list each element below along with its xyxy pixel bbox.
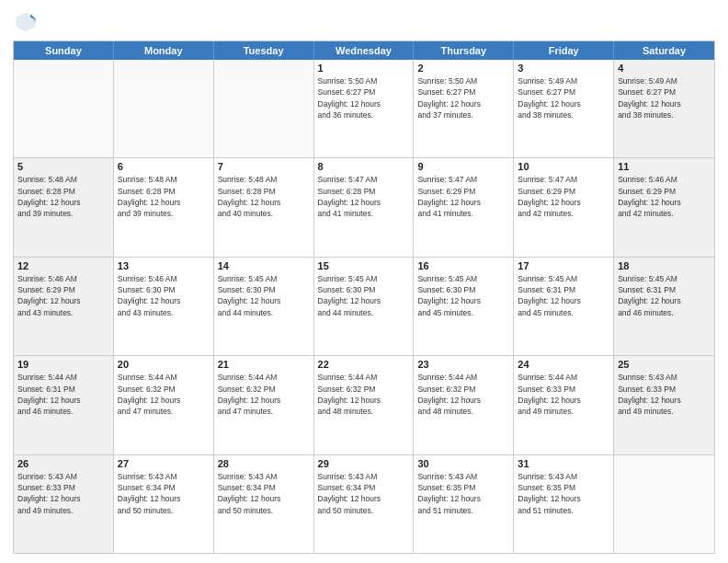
cal-cell-18: 18Sunrise: 5:45 AM Sunset: 6:31 PM Dayli… — [614, 258, 714, 355]
day-number: 25 — [618, 359, 711, 370]
cal-cell-9: 9Sunrise: 5:47 AM Sunset: 6:29 PM Daylig… — [414, 158, 514, 256]
day-number: 17 — [518, 260, 609, 271]
week-row-2: 5Sunrise: 5:48 AM Sunset: 6:28 PM Daylig… — [14, 158, 714, 257]
day-info: Sunrise: 5:49 AM Sunset: 6:27 PM Dayligh… — [618, 75, 711, 121]
day-info: Sunrise: 5:48 AM Sunset: 6:28 PM Dayligh… — [218, 174, 310, 219]
cal-cell-empty-1 — [114, 60, 214, 157]
day-info: Sunrise: 5:48 AM Sunset: 6:28 PM Dayligh… — [17, 174, 109, 219]
day-number: 13 — [118, 260, 210, 271]
calendar-body: 1Sunrise: 5:50 AM Sunset: 6:27 PM Daylig… — [14, 60, 714, 553]
day-info: Sunrise: 5:45 AM Sunset: 6:31 PM Dayligh… — [618, 273, 711, 318]
day-info: Sunrise: 5:45 AM Sunset: 6:31 PM Dayligh… — [518, 273, 609, 318]
day-info: Sunrise: 5:44 AM Sunset: 6:32 PM Dayligh… — [318, 372, 410, 417]
day-header-monday: Monday — [114, 41, 214, 60]
cal-cell-4: 4Sunrise: 5:49 AM Sunset: 6:27 PM Daylig… — [614, 60, 714, 157]
day-number: 23 — [417, 359, 509, 370]
svg-marker-0 — [17, 13, 36, 32]
day-info: Sunrise: 5:48 AM Sunset: 6:28 PM Dayligh… — [118, 174, 210, 219]
day-number: 10 — [518, 161, 609, 172]
page: SundayMondayTuesdayWednesdayThursdayFrid… — [0, 0, 728, 563]
day-number: 15 — [318, 260, 410, 271]
day-info: Sunrise: 5:44 AM Sunset: 6:32 PM Dayligh… — [417, 372, 509, 417]
day-number: 9 — [417, 161, 509, 172]
day-info: Sunrise: 5:45 AM Sunset: 6:30 PM Dayligh… — [417, 273, 509, 318]
day-number: 24 — [518, 359, 609, 370]
day-header-friday: Friday — [514, 41, 614, 60]
cal-cell-29: 29Sunrise: 5:43 AM Sunset: 6:34 PM Dayli… — [314, 455, 415, 553]
day-header-thursday: Thursday — [414, 41, 514, 60]
cal-cell-13: 13Sunrise: 5:46 AM Sunset: 6:30 PM Dayli… — [114, 258, 214, 355]
day-number: 11 — [618, 161, 711, 172]
day-number: 30 — [417, 458, 509, 469]
day-number: 6 — [118, 161, 210, 172]
cal-cell-30: 30Sunrise: 5:43 AM Sunset: 6:35 PM Dayli… — [414, 455, 514, 553]
day-info: Sunrise: 5:45 AM Sunset: 6:30 PM Dayligh… — [318, 273, 410, 318]
cal-cell-7: 7Sunrise: 5:48 AM Sunset: 6:28 PM Daylig… — [214, 158, 314, 256]
day-number: 27 — [118, 458, 210, 469]
day-info: Sunrise: 5:43 AM Sunset: 6:34 PM Dayligh… — [318, 471, 410, 516]
cal-cell-11: 11Sunrise: 5:46 AM Sunset: 6:29 PM Dayli… — [614, 158, 714, 256]
cal-cell-20: 20Sunrise: 5:44 AM Sunset: 6:32 PM Dayli… — [114, 356, 214, 454]
day-info: Sunrise: 5:50 AM Sunset: 6:27 PM Dayligh… — [417, 75, 509, 121]
day-info: Sunrise: 5:47 AM Sunset: 6:28 PM Dayligh… — [318, 174, 410, 219]
cal-cell-15: 15Sunrise: 5:45 AM Sunset: 6:30 PM Dayli… — [314, 258, 415, 355]
week-row-1: 1Sunrise: 5:50 AM Sunset: 6:27 PM Daylig… — [14, 60, 714, 158]
cal-cell-10: 10Sunrise: 5:47 AM Sunset: 6:29 PM Dayli… — [514, 158, 614, 256]
day-number: 22 — [318, 359, 410, 370]
day-info: Sunrise: 5:44 AM Sunset: 6:33 PM Dayligh… — [518, 372, 609, 417]
day-header-tuesday: Tuesday — [214, 41, 314, 60]
cal-cell-24: 24Sunrise: 5:44 AM Sunset: 6:33 PM Dayli… — [514, 356, 614, 454]
header — [13, 9, 715, 35]
day-number: 31 — [518, 458, 609, 469]
day-info: Sunrise: 5:47 AM Sunset: 6:29 PM Dayligh… — [417, 174, 509, 219]
day-info: Sunrise: 5:44 AM Sunset: 6:32 PM Dayligh… — [218, 372, 310, 417]
cal-cell-23: 23Sunrise: 5:44 AM Sunset: 6:32 PM Dayli… — [414, 356, 514, 454]
day-info: Sunrise: 5:50 AM Sunset: 6:27 PM Dayligh… — [318, 75, 410, 121]
day-number: 28 — [218, 458, 310, 469]
day-info: Sunrise: 5:43 AM Sunset: 6:34 PM Dayligh… — [118, 471, 210, 516]
day-number: 3 — [518, 63, 609, 74]
cal-cell-empty-0 — [14, 60, 114, 157]
day-number: 8 — [318, 161, 410, 172]
cal-cell-16: 16Sunrise: 5:45 AM Sunset: 6:30 PM Dayli… — [414, 258, 514, 355]
day-info: Sunrise: 5:44 AM Sunset: 6:31 PM Dayligh… — [17, 372, 109, 417]
cal-cell-28: 28Sunrise: 5:43 AM Sunset: 6:34 PM Dayli… — [214, 455, 314, 553]
day-number: 5 — [17, 161, 109, 172]
cal-cell-17: 17Sunrise: 5:45 AM Sunset: 6:31 PM Dayli… — [514, 258, 614, 355]
calendar: SundayMondayTuesdayWednesdayThursdayFrid… — [13, 40, 715, 554]
cal-cell-25: 25Sunrise: 5:43 AM Sunset: 6:33 PM Dayli… — [614, 356, 714, 454]
day-info: Sunrise: 5:43 AM Sunset: 6:35 PM Dayligh… — [518, 471, 609, 516]
week-row-3: 12Sunrise: 5:46 AM Sunset: 6:29 PM Dayli… — [14, 258, 714, 356]
day-number: 12 — [17, 260, 109, 271]
logo-icon — [13, 9, 39, 35]
day-info: Sunrise: 5:43 AM Sunset: 6:33 PM Dayligh… — [17, 471, 109, 516]
cal-cell-1: 1Sunrise: 5:50 AM Sunset: 6:27 PM Daylig… — [314, 60, 415, 157]
day-number: 16 — [417, 260, 509, 271]
cal-cell-27: 27Sunrise: 5:43 AM Sunset: 6:34 PM Dayli… — [114, 455, 214, 553]
week-row-4: 19Sunrise: 5:44 AM Sunset: 6:31 PM Dayli… — [14, 356, 714, 454]
cal-cell-14: 14Sunrise: 5:45 AM Sunset: 6:30 PM Dayli… — [214, 258, 314, 355]
day-info: Sunrise: 5:45 AM Sunset: 6:30 PM Dayligh… — [218, 273, 310, 318]
day-info: Sunrise: 5:49 AM Sunset: 6:27 PM Dayligh… — [518, 75, 609, 121]
cal-cell-5: 5Sunrise: 5:48 AM Sunset: 6:28 PM Daylig… — [14, 158, 114, 256]
day-info: Sunrise: 5:44 AM Sunset: 6:32 PM Dayligh… — [118, 372, 210, 417]
day-number: 1 — [318, 63, 410, 74]
day-info: Sunrise: 5:43 AM Sunset: 6:33 PM Dayligh… — [618, 372, 711, 417]
cal-cell-empty-6 — [614, 455, 714, 553]
cal-cell-21: 21Sunrise: 5:44 AM Sunset: 6:32 PM Dayli… — [214, 356, 314, 454]
day-number: 21 — [218, 359, 310, 370]
day-info: Sunrise: 5:47 AM Sunset: 6:29 PM Dayligh… — [518, 174, 609, 219]
day-number: 20 — [118, 359, 210, 370]
cal-cell-19: 19Sunrise: 5:44 AM Sunset: 6:31 PM Dayli… — [14, 356, 114, 454]
day-number: 26 — [17, 458, 109, 469]
cal-cell-26: 26Sunrise: 5:43 AM Sunset: 6:33 PM Dayli… — [14, 455, 114, 553]
day-number: 4 — [618, 63, 711, 74]
day-number: 18 — [618, 260, 711, 271]
day-header-sunday: Sunday — [14, 41, 114, 60]
day-number: 29 — [318, 458, 410, 469]
cal-cell-2: 2Sunrise: 5:50 AM Sunset: 6:27 PM Daylig… — [414, 60, 514, 157]
day-number: 7 — [218, 161, 310, 172]
cal-cell-empty-2 — [214, 60, 314, 157]
day-header-wednesday: Wednesday — [314, 41, 415, 60]
day-info: Sunrise: 5:46 AM Sunset: 6:30 PM Dayligh… — [118, 273, 210, 318]
